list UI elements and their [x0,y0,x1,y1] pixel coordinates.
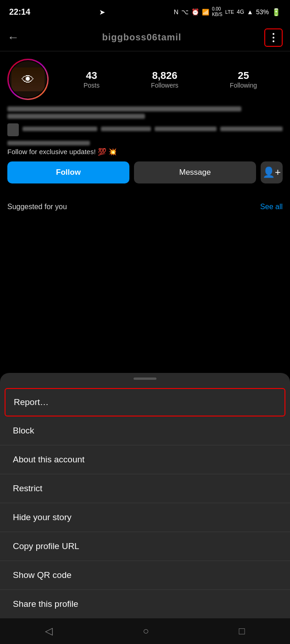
following-label: Following [230,82,257,89]
suggested-label: Suggested for you [7,203,67,211]
copy-url-menu-item[interactable]: Copy profile URL [0,532,290,561]
home-nav-icon[interactable]: ○ [143,625,149,637]
top-nav: ← biggboss06tamil [0,24,290,51]
alarm-icon: ⏰ [191,8,199,16]
see-all-button[interactable]: See all [260,203,283,211]
following-count: 25 [230,70,257,82]
add-person-icon: 👤+ [262,167,281,178]
share-profile-menu-item[interactable]: Share this profile [0,590,290,618]
followers-stat: 8,826 Followers [151,70,178,89]
profile-top: 43 Posts 8,826 Followers 25 Following [7,59,283,100]
bottom-navigation: ◁ ○ □ [0,618,290,644]
status-icons: N ⌥ ⏰ 📶 0.00KB/S LTE 4G ▲ 53% 🔋 [174,6,281,17]
recents-nav-icon[interactable]: □ [239,625,245,637]
profile-links-blurred [7,123,283,136]
battery-icon: 🔋 [272,8,281,17]
following-stat: 25 Following [230,70,257,89]
follow-button[interactable]: Follow [7,161,129,183]
qr-code-menu-item[interactable]: Show QR code [0,561,290,590]
posts-stat: 43 Posts [84,70,100,89]
status-time: 22:14 [9,7,30,17]
add-friend-button[interactable]: 👤+ [261,161,283,183]
profile-bio-blurred [7,106,283,119]
hide-story-menu-item[interactable]: Hide your story [0,503,290,532]
signal-bars: 📶 [202,9,209,16]
lte-icon: LTE [225,9,234,15]
back-nav-icon[interactable]: ◁ [45,625,53,637]
profile-section: 43 Posts 8,826 Followers 25 Following Fo… [0,51,290,198]
message-button[interactable]: Message [134,161,256,183]
three-dots-icon [273,33,274,42]
avatar[interactable] [7,59,49,100]
profile-username: biggboss06tamil [102,32,182,43]
battery-percent: 53% [256,8,269,16]
sheet-handle [134,378,156,380]
posts-count: 43 [84,70,100,82]
bottom-sheet: Report… Block About this account Restric… [0,373,290,618]
about-account-menu-item[interactable]: About this account [0,445,290,474]
status-bar: 22:14 ➤ N ⌥ ⏰ 📶 0.00KB/S LTE 4G ▲ 53% 🔋 [0,0,290,24]
network-4g: 4G [237,9,244,15]
network-speed: 0.00KB/S [212,6,223,17]
avatar-image [11,67,45,91]
report-menu-item[interactable]: Report… [5,388,285,416]
block-menu-item[interactable]: Block [0,416,290,445]
posts-label: Posts [84,82,100,89]
wifi-icon: ▲ [247,8,253,16]
nfc-icon: N [174,8,178,16]
more-options-button[interactable] [264,28,283,47]
bluetooth-icon: ⌥ [181,8,189,16]
profile-stats: 43 Posts 8,826 Followers 25 Following [58,70,283,89]
status-send-icon: ➤ [99,8,105,17]
restrict-menu-item[interactable]: Restrict [0,474,290,503]
action-buttons: Follow Message 👤+ [7,161,283,183]
back-button[interactable]: ← [7,30,19,44]
bio-text: Follow for exclusive updates! 💯 💥 [7,148,283,156]
followers-label: Followers [151,82,178,89]
suggested-bar: Suggested for you See all [0,198,290,216]
followers-count: 8,826 [151,70,178,82]
